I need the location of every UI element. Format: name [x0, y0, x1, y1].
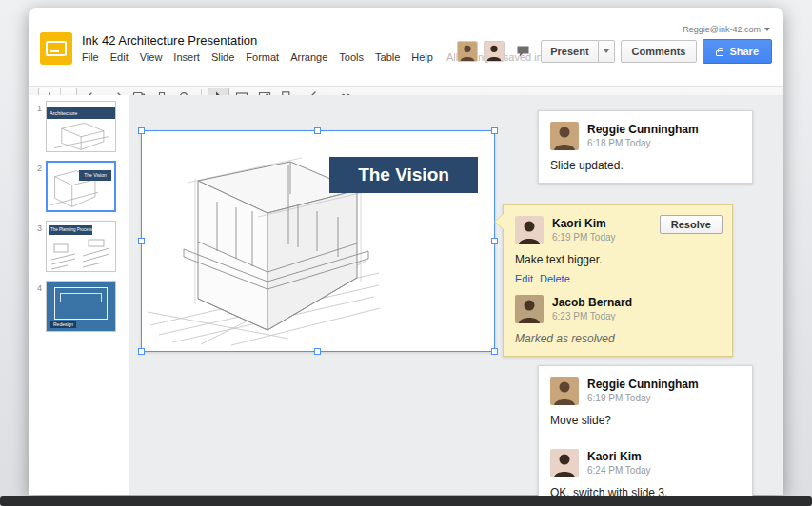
present-button[interactable]: Present — [541, 40, 614, 63]
avatar-reggie — [550, 377, 579, 405]
screenshot-stage: Reggie@ink-42.com Ink 42 Architecture Pr… — [0, 0, 812, 506]
selection-handle[interactable] — [138, 348, 145, 355]
logo-dash — [50, 50, 59, 52]
comment-pointer — [495, 213, 505, 230]
present-dropdown-icon[interactable] — [599, 40, 615, 63]
thumb-sketch — [47, 119, 116, 151]
selection-handle[interactable] — [491, 127, 498, 134]
edit-link[interactable]: Edit — [515, 273, 533, 284]
comment-actions: EditDelete — [515, 273, 721, 284]
slide-thumbnail-3[interactable]: The Planning Process — [46, 221, 116, 272]
window-bottom-edge — [0, 496, 812, 506]
slide-title-textbox[interactable]: The Vision — [329, 157, 478, 193]
slide-filmstrip: 1 Architecture 2 — [29, 95, 129, 495]
menu-help[interactable]: Help — [406, 49, 439, 65]
logo-frame — [46, 41, 67, 56]
menu-file[interactable]: File — [76, 49, 105, 65]
comment-author: Jacob Bernard — [552, 295, 632, 309]
thumb-title-box: Redesign — [50, 321, 76, 328]
avatar-reggie — [550, 122, 579, 150]
filmstrip-item-3: 3 The Planning Process — [29, 221, 129, 272]
menu-edit[interactable]: Edit — [105, 49, 134, 65]
comment-author: Reggie Cunningham — [587, 377, 699, 391]
thumb-title-box: The Vision — [79, 170, 111, 181]
comment-author: Reggie Cunningham — [587, 122, 699, 136]
comment-time: 6:24 PM Today — [587, 465, 651, 476]
comment-time: 6:19 PM Today — [587, 393, 699, 403]
slide-title-text: The Vision — [358, 165, 449, 185]
comment-time: 6:18 PM Today — [587, 138, 699, 148]
comment-author: Kaori Kim — [552, 216, 616, 230]
filmstrip-item-4: 4 Redesign — [29, 281, 129, 332]
slide-number: 2 — [29, 161, 46, 212]
avatar-jacob — [515, 295, 544, 323]
comment-body-resolved: Marked as resolved — [515, 332, 721, 345]
chat-icon[interactable] — [510, 41, 535, 62]
collaborator-avatar-reggie[interactable] — [457, 41, 478, 62]
filmstrip-item-1: 1 Architecture — [29, 101, 129, 152]
menu-format[interactable]: Format — [240, 49, 285, 65]
slides-logo-icon[interactable] — [40, 32, 72, 65]
comment-time: 6:23 PM Today — [552, 311, 632, 321]
comment-author: Kaori Kim — [587, 449, 651, 463]
slide-canvas[interactable]: The Vision — [141, 130, 495, 352]
filmstrip-item-2: 2 The Vision — [29, 161, 129, 212]
thumb-title-box: The Planning Process — [49, 225, 92, 235]
avatar-kaori — [550, 449, 579, 477]
menu-arrange[interactable]: Arrange — [285, 49, 333, 65]
comment-header: Reggie Cunningham 6:18 PM Today — [550, 122, 741, 150]
menu-slide[interactable]: Slide — [206, 49, 240, 65]
comment-thread-bottom[interactable]: Reggie Cunningham 6:19 PM Today Move sli… — [538, 365, 753, 506]
document-title[interactable]: Ink 42 Architecture Presentation — [82, 33, 257, 48]
slide-number: 4 — [29, 281, 46, 332]
menu-table[interactable]: Table — [369, 49, 406, 65]
comment-thread-active[interactable]: Resolve Kaori Kim 6:19 PM Today Make tex… — [503, 204, 733, 357]
comments-button[interactable]: Comments — [621, 40, 698, 63]
thumb-label: Architecture — [50, 110, 77, 116]
thumb-title-band: Architecture — [47, 107, 115, 119]
selection-handle[interactable] — [138, 238, 145, 244]
resolve-button[interactable]: Resolve — [660, 215, 723, 234]
account-menu[interactable]: Reggie@ink-42.com — [683, 25, 770, 34]
comment-body: Make text bigger. — [515, 253, 721, 266]
account-email: Reggie@ink-42.com — [683, 25, 761, 34]
avatar-kaori — [515, 216, 544, 244]
thumb-label: Redesign — [53, 321, 73, 327]
comment-body: Slide updated. — [550, 159, 741, 172]
comment-reply: Kaori Kim 6:24 PM Today OK, switch with … — [550, 438, 741, 499]
slide-thumbnail-1[interactable]: Architecture — [46, 101, 116, 152]
share-button[interactable]: Share — [703, 39, 772, 64]
slide-number: 1 — [29, 101, 46, 152]
lock-icon — [716, 50, 723, 56]
share-label: Share — [729, 46, 759, 57]
selection-handle[interactable] — [138, 127, 145, 134]
present-label: Present — [541, 40, 598, 63]
blueprint-roof — [60, 293, 102, 302]
comment-time: 6:19 PM Today — [552, 232, 616, 243]
menu-view[interactable]: View — [134, 49, 168, 65]
selection-handle[interactable] — [314, 127, 321, 134]
selection-handle[interactable] — [314, 348, 321, 355]
thumb-label: The Planning Process — [50, 227, 92, 232]
header-actions: Present Comments Share — [457, 39, 772, 64]
menu-tools[interactable]: Tools — [333, 49, 369, 65]
menu-insert[interactable]: Insert — [168, 49, 206, 65]
comment-reply: Jacob Bernard 6:23 PM Today Marked as re… — [515, 295, 721, 345]
thumb-sketch — [47, 237, 116, 271]
comment-header: Reggie Cunningham 6:19 PM Today — [550, 377, 741, 405]
comment-thread-top[interactable]: Reggie Cunningham 6:18 PM Today Slide up… — [538, 110, 753, 184]
slide-number: 3 — [29, 221, 46, 272]
selection-handle[interactable] — [491, 238, 498, 244]
thumb-label: The Vision — [84, 172, 107, 178]
selection-handle[interactable] — [491, 348, 498, 355]
comment-body: Move slide? — [550, 414, 741, 427]
slide-thumbnail-4[interactable]: Redesign — [46, 281, 116, 332]
slide-thumbnail-2[interactable]: The Vision — [46, 161, 116, 212]
collaborator-avatar-kaori[interactable] — [484, 41, 505, 62]
delete-link[interactable]: Delete — [540, 273, 570, 284]
chevron-down-icon — [764, 28, 770, 31]
